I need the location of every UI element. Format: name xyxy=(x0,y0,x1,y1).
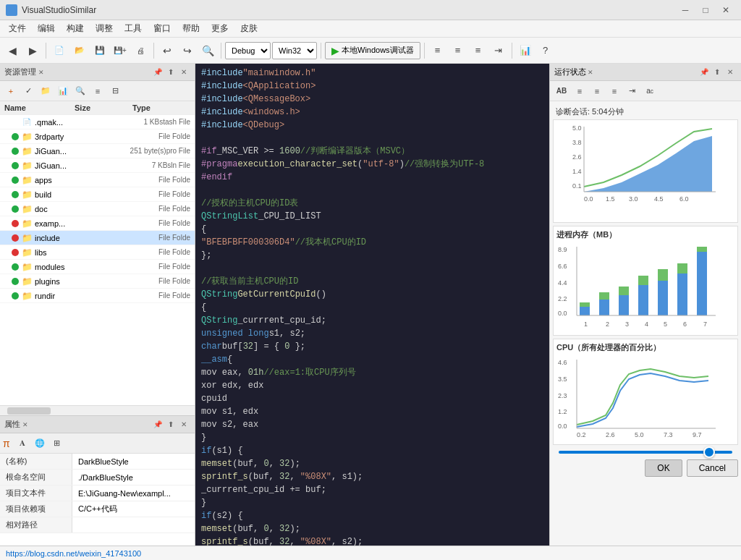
tree-item[interactable]: 📁 build File Folde xyxy=(0,187,195,202)
props-close-x-btn[interactable]: ✕ xyxy=(177,418,190,431)
menu-skin[interactable]: 皮肤 xyxy=(234,21,263,36)
tree-item[interactable]: 📁 3rdparty File Folde xyxy=(0,130,195,144)
align-right-button[interactable]: ≡ xyxy=(469,41,488,60)
tree-item-name: 📁 plugins xyxy=(12,276,101,287)
save-all-button[interactable]: 💾+ xyxy=(111,41,130,60)
save-button[interactable]: 💾 xyxy=(90,41,109,60)
props-key: 根命名空间 xyxy=(0,470,72,485)
tree-add-btn[interactable]: + xyxy=(3,83,19,99)
right-panel-title: 运行状态 xyxy=(554,67,586,77)
tree-chart-btn[interactable]: 📊 xyxy=(55,83,71,99)
align-left-button[interactable]: ≡ xyxy=(428,41,447,60)
file-tree-scrollbar-h[interactable] xyxy=(0,405,195,415)
resource-panel-header: 资源管理 ✕ 📌 ⬆ ✕ xyxy=(0,64,195,81)
file-tree[interactable]: Name Size Type 📄 .qmak... 1 KB stash Fil… xyxy=(0,101,195,405)
ok-button[interactable]: OK xyxy=(645,459,682,477)
redo-button[interactable]: ↪ xyxy=(178,41,197,60)
rp-indent-btn[interactable]: ⇥ xyxy=(624,83,640,99)
tree-item[interactable]: 📁 examp... File Folde xyxy=(0,216,195,231)
menu-more[interactable]: 更多 xyxy=(206,21,234,36)
props-browser-btn[interactable]: 🌐 xyxy=(32,436,48,451)
props-pin-btn[interactable]: 📌 xyxy=(151,418,164,431)
tree-item-type: File Folde xyxy=(158,292,190,300)
tree-item[interactable]: 📁 modules File Folde xyxy=(0,260,195,274)
run-button[interactable]: ▶ 本地Windows调试器 xyxy=(325,42,420,59)
close-button[interactable]: ✕ xyxy=(716,3,735,17)
tree-check-btn[interactable]: ✓ xyxy=(20,83,36,99)
menu-file[interactable]: 文件 xyxy=(3,21,32,36)
rp-text-btn[interactable]: AB xyxy=(553,83,570,99)
rp-pin-btn[interactable]: 📌 xyxy=(698,66,711,79)
chart-button[interactable]: 📊 xyxy=(516,41,535,60)
tree-folder-btn[interactable]: 📁 xyxy=(38,83,54,99)
slider-container[interactable] xyxy=(553,448,738,457)
tree-item[interactable]: 📁 apps File Folde xyxy=(0,173,195,187)
panel-float-btn[interactable]: ⬆ xyxy=(164,66,177,79)
menu-bar: 文件 编辑 构建 调整 工具 窗口 帮助 更多 皮肤 xyxy=(0,20,741,38)
rp-float-btn[interactable]: ⬆ xyxy=(711,66,724,79)
tree-item[interactable]: 📁 include File Folde xyxy=(0,231,195,245)
code-editor[interactable]: #include "mainwindow.h"#include <QApplic… xyxy=(195,64,549,550)
props-toolbar: π 𝐀 🌐 ⊞ xyxy=(0,433,195,454)
props-grid-btn[interactable]: ⊞ xyxy=(49,436,65,451)
maximize-button[interactable]: □ xyxy=(696,3,715,17)
rp-align3-btn[interactable]: ≡ xyxy=(606,83,622,99)
tree-item-type: File Folde xyxy=(158,248,190,256)
rp-close-btn[interactable]: ✕ xyxy=(724,66,737,79)
menu-build[interactable]: 构建 xyxy=(61,21,90,36)
panel-close-btn[interactable]: ✕ xyxy=(177,66,190,79)
tree-item[interactable]: 📁 plugins File Folde xyxy=(0,274,195,289)
tree-item[interactable]: 📁 JiGuan... 251 byte(s) pro File xyxy=(0,144,195,158)
minimize-button[interactable]: ─ xyxy=(676,3,695,17)
toolbar-sep-2 xyxy=(153,43,154,59)
forward-button[interactable]: ▶ xyxy=(23,41,42,60)
svg-rect-34 xyxy=(619,287,629,295)
tree-item[interactable]: 📁 JiGuan... 7 KB sln File xyxy=(0,158,195,173)
menu-window[interactable]: 窗口 xyxy=(148,21,177,36)
cancel-button[interactable]: Cancel xyxy=(687,459,738,477)
right-panel-close[interactable]: ✕ xyxy=(588,69,593,76)
tree-item[interactable]: 📁 doc File Folde xyxy=(0,202,195,216)
tree-collapse-btn[interactable]: ⊟ xyxy=(107,83,123,99)
tree-item[interactable]: 📄 .qmak... 1 KB stash File xyxy=(0,115,195,130)
props-bold-btn[interactable]: 𝐀 xyxy=(14,436,30,451)
props-float-btn[interactable]: ⬆ xyxy=(164,418,177,431)
align-center-button[interactable]: ≡ xyxy=(449,41,467,60)
indent-button[interactable]: ⇥ xyxy=(489,41,508,60)
svg-text:4: 4 xyxy=(645,321,648,328)
rp-align2-btn[interactable]: ≡ xyxy=(589,83,605,99)
debug-dropdown[interactable]: Debug xyxy=(225,42,271,59)
right-panel-header: 运行状态 ✕ 📌 ⬆ ✕ xyxy=(550,64,741,81)
search-button[interactable]: 🔍 xyxy=(198,41,217,60)
open-button[interactable]: 📂 xyxy=(70,41,89,60)
tree-item-name: 📁 libs xyxy=(12,247,101,258)
print-button[interactable]: 🖨 xyxy=(131,41,150,60)
rp-ac-btn[interactable]: ac xyxy=(641,83,659,99)
menu-adjust[interactable]: 调整 xyxy=(90,21,119,36)
help-button[interactable]: ? xyxy=(536,41,555,60)
rp-align1-btn[interactable]: ≡ xyxy=(572,83,588,99)
tree-item-label: examp... xyxy=(35,219,65,228)
new-button[interactable]: 📄 xyxy=(50,41,69,60)
props-close-btn[interactable]: ✕ xyxy=(22,421,28,428)
slider-thumb[interactable] xyxy=(703,446,715,458)
tree-filter-btn[interactable]: ≡ xyxy=(90,83,106,99)
file-icon: 📄 xyxy=(22,117,32,127)
undo-button[interactable]: ↩ xyxy=(158,41,177,60)
panel-pin-btn[interactable]: 📌 xyxy=(151,66,164,79)
menu-help[interactable]: 帮助 xyxy=(177,21,206,36)
menu-edit[interactable]: 编辑 xyxy=(32,21,61,36)
props-row: 项目依赖项 C/C++代码 xyxy=(0,501,195,517)
tree-search-btn[interactable]: 🔍 xyxy=(72,83,88,99)
play-icon: ▶ xyxy=(331,45,339,56)
svg-rect-29 xyxy=(658,281,668,315)
back-button[interactable]: ◀ xyxy=(3,41,22,60)
props-panel: 属性 ✕ 📌 ⬆ ✕ π 𝐀 🌐 ⊞ (名称) DarkBlueStyle 根命… xyxy=(0,415,195,560)
tree-item[interactable]: 📁 libs File Folde xyxy=(0,245,195,260)
resource-close-btn[interactable]: ✕ xyxy=(38,69,44,76)
menu-tools[interactable]: 工具 xyxy=(119,21,148,36)
svg-rect-35 xyxy=(638,276,648,285)
tree-item[interactable]: 📁 rundir File Folde xyxy=(0,289,195,303)
platform-dropdown[interactable]: Win32 xyxy=(272,42,317,59)
slider-track[interactable] xyxy=(559,451,732,454)
